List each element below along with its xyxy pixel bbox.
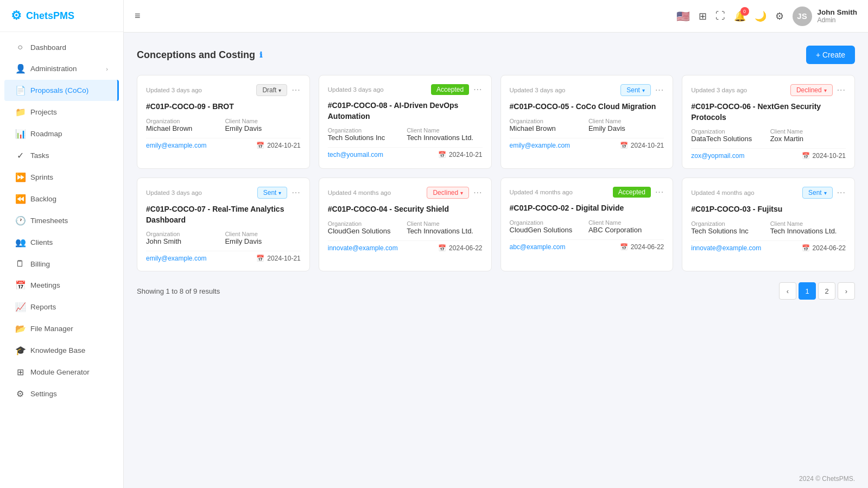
sidebar-item-file-manager[interactable]: 📂File Manager [4, 318, 119, 339]
card-updated-c01p-coco-06: Updated 3 days ago [691, 87, 747, 93]
label-meetings: Meetings [30, 281, 60, 289]
arrow-administration: › [106, 66, 108, 72]
status-badge-c01p-coco-09[interactable]: Draft ▾ [256, 84, 287, 96]
fullscreen-icon[interactable]: ⛶ [715, 10, 725, 22]
cards-grid: Updated 3 days ago Draft ▾ ··· #C01P-COC… [137, 75, 855, 271]
hamburger-menu[interactable]: ≡ [135, 10, 141, 22]
status-badge-c01p-coco-07[interactable]: Sent ▾ [257, 187, 288, 199]
sidebar-logo[interactable]: ⚙ ChetsPMS [0, 0, 123, 32]
page-header: Conceptions and Costing ℹ + Create [137, 46, 855, 64]
card-c01p-coco-04[interactable]: Updated 4 months ago Declined ▾ ··· #C01… [319, 178, 492, 271]
card-email-c01p-coco-05[interactable]: emily@example.com [510, 142, 571, 149]
client-value-c01p-coco-04: Tech Innovations Ltd. [407, 227, 482, 235]
more-button-c01p-coco-05[interactable]: ··· [655, 85, 664, 95]
sidebar-item-sprints[interactable]: ⏩Sprints [4, 167, 119, 188]
showing-text: Showing 1 to 8 of 9 results [137, 287, 220, 295]
label-administration: Administration [30, 65, 77, 73]
label-file-manager: File Manager [30, 325, 73, 333]
card-c01p-coco-03[interactable]: Updated 4 months ago Sent ▾ ··· #C01P-CO… [682, 178, 855, 271]
more-button-c01p-coco-07[interactable]: ··· [292, 188, 300, 198]
card-footer-c01p-coco-03: innovate@example.com 📅 2024-06-22 [691, 240, 846, 252]
card-email-c01p-coco-07[interactable]: emily@example.com [146, 255, 207, 262]
more-button-c01p-coco-03[interactable]: ··· [837, 188, 846, 198]
sidebar-item-billing[interactable]: 🗒Billing [4, 253, 119, 274]
sidebar-item-settings[interactable]: ⚙Settings [4, 383, 119, 404]
card-c01p-coco-02[interactable]: Updated 4 months ago Accepted ··· #C01P-… [500, 178, 674, 271]
card-c01p-coco-07[interactable]: Updated 3 days ago Sent ▾ ··· #C01P-COCO… [137, 178, 310, 271]
sidebar-item-dashboard[interactable]: ○Dashboard [4, 37, 119, 58]
create-button[interactable]: + Create [806, 46, 855, 64]
more-button-c01p-coco-08[interactable]: ··· [473, 85, 482, 94]
status-badge-c01p-coco-05[interactable]: Sent ▾ [620, 84, 651, 96]
sidebar-item-timesheets[interactable]: 🕐Timesheets [4, 210, 119, 231]
sidebar-item-reports[interactable]: 📈Reports [4, 296, 119, 318]
info-icon[interactable]: ℹ [259, 50, 262, 59]
card-c01p-coco-05[interactable]: Updated 3 days ago Sent ▾ ··· #C01P-COCO… [500, 75, 674, 169]
more-button-c01p-coco-04[interactable]: ··· [473, 188, 482, 198]
card-email-c01p-coco-08[interactable]: tech@youmail.com [328, 151, 383, 159]
more-button-c01p-coco-09[interactable]: ··· [292, 85, 300, 95]
card-fields-c01p-coco-09: Organization Michael Brown Client Name E… [146, 118, 301, 132]
sidebar-item-knowledge-base[interactable]: 🎓Knowledge Base [4, 340, 119, 361]
card-updated-c01p-coco-04: Updated 4 months ago [328, 189, 391, 196]
theme-toggle[interactable]: 🌙 [755, 10, 766, 22]
card-fields-c01p-coco-03: Organization Tech Solutions Inc Client N… [691, 220, 846, 235]
icon-tasks: ✓ [15, 150, 25, 161]
label-backlog: Backlog [30, 195, 56, 203]
pagination-page-2[interactable]: 2 [818, 282, 835, 300]
card-date-c01p-coco-08: 📅 2024-10-21 [438, 151, 482, 159]
org-value-c01p-coco-03: Tech Solutions Inc [691, 227, 766, 235]
notifications-bell[interactable]: 🔔 0 [734, 10, 746, 22]
client-value-c01p-coco-08: Tech Innovations Ltd. [407, 134, 482, 142]
settings-icon[interactable]: ⚙ [775, 10, 784, 22]
client-label-c01p-coco-02: Client Name [588, 219, 664, 226]
label-proposals: Proposals (CoCo) [30, 86, 88, 94]
card-c01p-coco-06[interactable]: Updated 3 days ago Declined ▾ ··· #C01P-… [682, 75, 855, 169]
sidebar-item-administration[interactable]: 👤Administration› [4, 58, 119, 79]
card-email-c01p-coco-06[interactable]: zox@yopmail.com [691, 152, 744, 160]
sidebar-item-tasks[interactable]: ✓Tasks [4, 145, 119, 166]
more-button-c01p-coco-02[interactable]: ··· [655, 187, 664, 197]
card-c01p-coco-08[interactable]: Updated 3 days ago Accepted ··· #C01P-CO… [319, 75, 492, 169]
card-footer-c01p-coco-08: tech@youmail.com 📅 2024-10-21 [328, 147, 483, 159]
status-badge-c01p-coco-06[interactable]: Declined ▾ [790, 84, 833, 96]
pagination-page-1[interactable]: 1 [799, 282, 816, 300]
status-badge-c01p-coco-04[interactable]: Declined ▾ [427, 187, 469, 199]
card-c01p-coco-09[interactable]: Updated 3 days ago Draft ▾ ··· #C01P-COC… [137, 75, 310, 169]
client-value-c01p-coco-03: Tech Innovations Ltd. [770, 227, 846, 235]
main-content: ≡ 🇺🇸 ⊞ ⛶ 🔔 0 🌙 ⚙ JS John Smith Admin [124, 0, 868, 488]
org-label-c01p-coco-08: Organization [328, 127, 403, 134]
pagination-prev[interactable]: ‹ [779, 282, 796, 300]
card-email-c01p-coco-02[interactable]: abc@example.com [510, 243, 566, 251]
sidebar-item-meetings[interactable]: 📅Meetings [4, 275, 119, 296]
more-button-c01p-coco-06[interactable]: ··· [837, 85, 846, 95]
sidebar-item-projects[interactable]: 📁Projects [4, 102, 119, 123]
card-fields-c01p-coco-08: Organization Tech Solutions Inc Client N… [328, 127, 483, 142]
card-email-c01p-coco-04[interactable]: innovate@example.com [328, 244, 398, 252]
sidebar-item-proposals[interactable]: 📄Proposals (CoCo) [4, 80, 119, 101]
apps-icon[interactable]: ⊞ [699, 10, 707, 22]
status-badge-c01p-coco-03[interactable]: Sent ▾ [802, 187, 833, 199]
card-email-c01p-coco-09[interactable]: emily@example.com [146, 142, 207, 149]
sidebar-item-module-generator[interactable]: ⊞Module Generator [4, 362, 119, 383]
status-badge-c01p-coco-08[interactable]: Accepted [431, 84, 469, 95]
icon-dashboard: ○ [15, 42, 25, 52]
topbar: ≡ 🇺🇸 ⊞ ⛶ 🔔 0 🌙 ⚙ JS John Smith Admin [124, 0, 868, 33]
language-flag[interactable]: 🇺🇸 [676, 10, 690, 23]
pagination-next[interactable]: › [838, 282, 855, 300]
card-date-c01p-coco-05: 📅 2024-10-21 [620, 142, 664, 149]
user-profile[interactable]: JS John Smith Admin [793, 7, 858, 26]
status-badge-c01p-coco-02[interactable]: Accepted [613, 187, 651, 198]
sidebar-item-clients[interactable]: 👥Clients [4, 232, 119, 253]
org-value-c01p-coco-07: John Smith [146, 237, 221, 245]
card-email-c01p-coco-03[interactable]: innovate@example.com [691, 244, 761, 252]
org-value-c01p-coco-04: CloudGen Solutions [328, 227, 403, 235]
org-value-c01p-coco-09: Michael Brown [146, 124, 221, 132]
sidebar-item-backlog[interactable]: ⏪Backlog [4, 188, 119, 210]
card-title-c01p-coco-02: #C01P-COCO-02 - Digital Divide [510, 203, 664, 214]
org-label-c01p-coco-05: Organization [510, 118, 585, 124]
card-title-c01p-coco-09: #C01P-COCO-09 - BROT [146, 102, 301, 112]
card-date-c01p-coco-04: 📅 2024-06-22 [438, 244, 482, 252]
sidebar-item-roadmap[interactable]: 📊Roadmap [4, 123, 119, 144]
card-title-c01p-coco-06: #C01P-COCO-06 - NextGen Security Protoco… [691, 102, 846, 123]
